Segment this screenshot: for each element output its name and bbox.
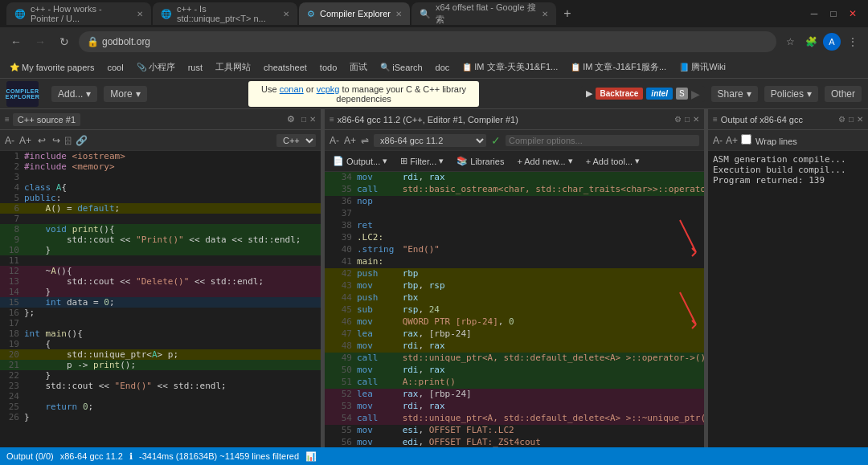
tab-close-1[interactable]: ✕ xyxy=(137,10,143,18)
banner-conan-link[interactable]: conan xyxy=(280,84,304,94)
add-new-button[interactable]: + Add new... ▾ xyxy=(514,155,575,167)
add-tool-button[interactable]: + Add tool... ▾ xyxy=(583,155,643,167)
code-line-17: 17 xyxy=(0,318,321,328)
browser-tab-3[interactable]: ⚙ Compiler Explorer ✕ xyxy=(299,2,410,25)
status-info[interactable]: ℹ xyxy=(129,451,133,462)
code-editor[interactable]: 1 #include <iostream> 2 #include <memory… xyxy=(0,151,321,447)
bookmark-8[interactable]: 面试 xyxy=(346,59,371,75)
other-button[interactable]: Other xyxy=(825,86,862,102)
bookmark-7[interactable]: todo xyxy=(317,61,340,74)
filter-icon: ⊞ xyxy=(400,156,407,166)
back-button[interactable]: ← xyxy=(6,32,26,51)
wrap-lines-checkbox[interactable]: Wrap lines xyxy=(741,134,797,146)
more-button[interactable]: More ▾ xyxy=(104,86,146,102)
output-font-decrease[interactable]: A- xyxy=(713,135,723,146)
wrap-lines-input[interactable] xyxy=(741,134,751,145)
source-panel-maximize[interactable]: □ xyxy=(301,115,306,124)
profile-icon[interactable]: A xyxy=(823,33,841,51)
code-line-10: 10 } xyxy=(0,245,321,255)
close-button[interactable]: ✕ xyxy=(844,5,862,22)
source-panel-settings[interactable]: ⚙ xyxy=(284,113,298,125)
tab-label-2: c++ - Is std::unique_ptr<T> n... xyxy=(177,4,278,23)
code-line-26: 26 } xyxy=(0,412,321,422)
output-panel-settings[interactable]: ⚙ xyxy=(838,115,845,124)
bookmark-10[interactable]: doc xyxy=(432,61,453,74)
bookmark-label-9: iSearch xyxy=(392,63,422,72)
compiler-options-input[interactable] xyxy=(506,135,699,146)
bookmark-1[interactable]: ⭐ My favorite papers xyxy=(6,61,97,74)
status-output[interactable]: Output (0/0) xyxy=(6,451,54,461)
menu-icon[interactable]: ⋮ xyxy=(844,33,862,51)
bookmark-12[interactable]: 📋 IM 文章-J1&F1服务... xyxy=(567,59,669,75)
font-decrease-icon[interactable]: A- xyxy=(5,135,14,146)
source-tab-label: C++ source #1 xyxy=(18,115,76,124)
new-tab-button[interactable]: + xyxy=(558,4,577,23)
tab-close-3[interactable]: ✕ xyxy=(395,10,402,18)
tab-favicon-3: ⚙ xyxy=(307,9,315,19)
address-bar-row: ← → ↻ 🔒 godbolt.org ☆ 🧩 A ⋮ xyxy=(0,27,868,56)
banner-vcpkg-link[interactable]: vcpkg xyxy=(317,84,340,94)
asm-font-decrease[interactable]: A- xyxy=(330,135,339,146)
asm-code[interactable]: 34 mov rdi, rax 35 call std::basic_ostre… xyxy=(325,172,704,447)
font-increase-icon[interactable]: A+ xyxy=(19,135,31,146)
browser-tab-4[interactable]: 🔍 x64 offset flat - Google 搜索 ✕ xyxy=(411,2,556,25)
libraries-icon: 📚 xyxy=(457,156,468,166)
language-select[interactable]: C++ xyxy=(276,134,316,147)
add-button[interactable]: Add... ▾ xyxy=(51,86,97,102)
source-tab[interactable]: C++ source #1 xyxy=(13,113,80,126)
extensions-icon[interactable]: 🧩 xyxy=(802,33,820,51)
address-input[interactable]: 🔒 godbolt.org xyxy=(79,31,776,52)
minimize-button[interactable]: ─ xyxy=(805,5,823,22)
bookmark-13[interactable]: 📘 腾讯Wiki xyxy=(676,59,729,75)
output-panel-close[interactable]: ✕ xyxy=(857,115,863,124)
asm-toolbar: A- A+ ⇌ x86-64 gcc 11.2 ✓ xyxy=(325,130,704,151)
asm-panel-close[interactable]: ✕ xyxy=(693,115,699,124)
refresh-button[interactable]: ↻ xyxy=(55,32,74,51)
asm-line-43: 43 mov rbp, rsp xyxy=(325,280,704,292)
output-toolbar: A- A+ Wrap lines xyxy=(708,130,868,151)
bookmark-5[interactable]: 工具网站 xyxy=(212,59,254,75)
asm-wrap-icon[interactable]: ⇌ xyxy=(361,135,369,146)
libraries-button[interactable]: 📚 Libraries xyxy=(453,155,507,167)
editor-undo-icon[interactable]: ↩ xyxy=(38,135,46,146)
tab-close-2[interactable]: ✕ xyxy=(283,10,289,18)
bookmark-2[interactable]: cool xyxy=(104,61,126,74)
filter-button[interactable]: ⊞ Filter... ▾ xyxy=(397,155,447,167)
share-chevron-icon: ▾ xyxy=(747,88,751,100)
bookmark-3[interactable]: 📎 小程序 xyxy=(133,59,178,75)
share-button[interactable]: Share ▾ xyxy=(711,86,758,102)
asm-line-38: 38 ret xyxy=(325,220,704,232)
browser-tab-1[interactable]: 🌐 c++ - How works - Pointer / U... ✕ xyxy=(6,2,151,25)
tab-close-4[interactable]: ✕ xyxy=(542,10,548,18)
bookmark-icon[interactable]: ☆ xyxy=(781,33,799,51)
code-line-3: 3 xyxy=(0,172,321,182)
editor-format-icon[interactable]: ⌹ xyxy=(65,135,71,146)
output-line-1: ASM generation compile... xyxy=(713,154,863,165)
filter-label: Filter... xyxy=(410,157,436,166)
policies-button[interactable]: Policies ▾ xyxy=(764,86,818,102)
status-chart[interactable]: 📊 xyxy=(305,451,317,462)
bookmark-4[interactable]: rust xyxy=(185,61,206,74)
bookmark-6[interactable]: cheatsheet xyxy=(260,61,310,74)
editor-redo-icon[interactable]: ↪ xyxy=(52,135,60,146)
browser-tab-2[interactable]: 🌐 c++ - Is std::unique_ptr<T> n... ✕ xyxy=(153,2,297,25)
share-label: Share xyxy=(718,88,743,100)
asm-font-increase[interactable]: A+ xyxy=(344,135,356,146)
asm-drag-icon: ≡ xyxy=(330,115,334,124)
output-font-increase[interactable]: A+ xyxy=(726,135,738,146)
forward-button[interactable]: → xyxy=(31,32,50,51)
bookmark-11[interactable]: 📋 IM 文章-天美J1&F1... xyxy=(459,59,561,75)
browser-chrome: 🌐 c++ - How works - Pointer / U... ✕ 🌐 c… xyxy=(0,0,868,79)
source-panel-close[interactable]: ✕ xyxy=(309,115,316,124)
maximize-button[interactable]: □ xyxy=(825,5,842,22)
bookmark-9[interactable]: 🔍 iSearch xyxy=(377,61,425,74)
banner-text-or: or xyxy=(306,84,317,94)
asm-panel-maximize[interactable]: □ xyxy=(685,115,690,124)
compiler-select[interactable]: x86-64 gcc 11.2 xyxy=(374,134,486,147)
bookmark-label-3: 小程序 xyxy=(149,61,175,73)
output-panel-maximize[interactable]: □ xyxy=(849,115,854,124)
asm-panel-settings[interactable]: ⚙ xyxy=(674,115,682,124)
status-compiler[interactable]: x86-64 gcc 11.2 xyxy=(60,451,123,461)
editor-link-icon[interactable]: 🔗 xyxy=(76,135,88,146)
output-button[interactable]: 📄 Output... ▾ xyxy=(330,155,391,167)
